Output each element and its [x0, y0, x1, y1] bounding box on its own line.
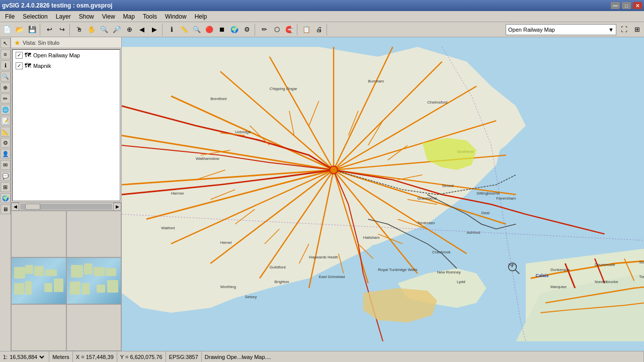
scale-label: 1:	[3, 354, 8, 360]
fullscreen-btn[interactable]: ⛶	[618, 24, 630, 36]
svg-text:Calais: Calais	[536, 273, 549, 278]
vertex-btn[interactable]: ⬡	[271, 24, 283, 36]
stop-btn[interactable]: ⏹	[216, 24, 228, 36]
menu-window[interactable]: Window	[161, 12, 191, 21]
sidebar-icon-layers[interactable]: ≡	[1, 49, 11, 59]
svg-text:Brighton: Brighton	[275, 280, 289, 284]
new-button[interactable]: 📄	[1, 24, 13, 36]
sidebar-icon-monitor[interactable]: 🖥	[1, 204, 11, 214]
sidebar-icon-user[interactable]: 👤	[1, 149, 11, 159]
svg-text:Royal Tunbridge Wells: Royal Tunbridge Wells	[378, 267, 417, 272]
sidebar-icon-world[interactable]: 🌍	[1, 193, 11, 203]
svg-text:Tenterden: Tenterden	[418, 221, 435, 225]
select-button[interactable]: 🖱	[73, 24, 85, 36]
window-controls[interactable]: — □ ✕	[611, 2, 642, 9]
maximize-button[interactable]: □	[622, 2, 631, 9]
svg-text:Uxbridge: Uxbridge	[235, 130, 251, 134]
layer-icon-0: 🗺	[25, 51, 31, 59]
svg-text:Lydd: Lydd	[457, 280, 465, 284]
menu-file[interactable]: File	[1, 12, 19, 21]
preferences-btn[interactable]: ⚙	[241, 24, 253, 36]
minimap-world-2	[67, 258, 121, 304]
sidebar-icon-globe[interactable]: 🌐	[1, 105, 11, 115]
layer-icon-1: 🗺	[25, 62, 31, 69]
menu-view[interactable]: View	[98, 12, 119, 21]
menu-layer[interactable]: Layer	[52, 12, 75, 21]
menu-help[interactable]: Help	[191, 12, 211, 21]
sep1	[40, 24, 42, 36]
menu-show[interactable]: Show	[75, 12, 98, 21]
edit-btn[interactable]: ✏	[258, 24, 270, 36]
svg-text:Deursmude: Deursmude	[595, 262, 615, 267]
svg-text:Watford: Watford	[161, 226, 175, 230]
svg-text:Chelmsford: Chelmsford	[427, 100, 447, 105]
minimize-button[interactable]: —	[611, 2, 620, 9]
status-y: Y = 6,620,075.76	[117, 351, 166, 362]
scroll-left[interactable]: ◀	[11, 203, 19, 211]
layer-selector[interactable]: Open Railway Map ▼	[506, 24, 616, 35]
sidebar-icon-pen[interactable]: ✏	[1, 94, 11, 104]
layer-check-1[interactable]: ✓	[16, 62, 23, 69]
sep5	[297, 24, 299, 36]
status-unit: Meters	[49, 351, 73, 362]
print-btn[interactable]: 🖨	[313, 24, 325, 36]
vista-icon: ★	[14, 39, 21, 47]
map-area[interactable]: Brentford Chipping Ongar Burnham Chelmsf…	[122, 37, 644, 351]
scale-select[interactable]: 16,536,884	[8, 353, 46, 360]
close-button[interactable]: ✕	[633, 2, 642, 9]
route-btn[interactable]: 🔴	[203, 24, 215, 36]
svg-text:Hailsham: Hailsham	[363, 235, 380, 240]
snapping-btn[interactable]: 🧲	[283, 24, 295, 36]
pan-button[interactable]: ✋	[86, 24, 98, 36]
measure-btn[interactable]: 📏	[178, 24, 190, 36]
svg-text:Marquise: Marquise	[550, 285, 567, 289]
minimap-cell-3[interactable]	[66, 257, 122, 304]
epsg-value: EPSG:3857	[169, 354, 198, 360]
zoom-in-btn[interactable]: 🔍	[98, 24, 110, 36]
svg-point-49	[330, 166, 338, 174]
sidebar-icon-cursor[interactable]: ↖	[1, 38, 11, 48]
drawing-status: Drawing Ope...lway Map....	[205, 354, 271, 360]
zoom-prev-btn[interactable]: ◀	[136, 24, 148, 36]
menu-selection[interactable]: Selection	[19, 12, 51, 21]
save-button[interactable]: 💾	[26, 24, 38, 36]
scroll-thumb[interactable]	[25, 204, 40, 210]
scroll-right[interactable]: ▶	[113, 203, 121, 211]
menu-tools[interactable]: Tools	[139, 12, 161, 21]
sidebar-icon-settings[interactable]: ⚙	[1, 138, 11, 148]
layer-name-0: Open Railway Map	[33, 52, 80, 58]
zoom-out-btn[interactable]: 🔎	[111, 24, 123, 36]
sidebar-icon-apps[interactable]: ⊞	[1, 182, 11, 192]
sidebar-icon-measure[interactable]: 📐	[1, 127, 11, 137]
sidebar-icon-info[interactable]: ℹ	[1, 60, 11, 70]
title-bar: gvSIG 2.4.0.2826 testing : osm.gvsproj —…	[0, 0, 644, 11]
minimap-cell-1	[66, 211, 122, 257]
svg-text:Selsey: Selsey	[245, 295, 257, 299]
horizontal-scrollbar[interactable]: ◀ ▶	[11, 202, 121, 210]
svg-text:Ashford: Ashford	[466, 230, 480, 235]
panel-btn[interactable]: ⊞	[631, 24, 643, 36]
sidebar-icon-zoom[interactable]: ⊕	[1, 82, 11, 93]
open-button[interactable]: 📂	[14, 24, 26, 36]
layout-btn[interactable]: 📋	[300, 24, 312, 36]
query-btn[interactable]: 🔍	[191, 24, 203, 36]
layer-item-1[interactable]: ✓ 🗺 Mapnik	[13, 60, 120, 71]
minimap-cell-2[interactable]	[11, 257, 66, 304]
x-value: 157,448,39	[86, 354, 114, 360]
globe-btn[interactable]: 🌍	[228, 24, 240, 36]
sidebar-icon-chat[interactable]: 💬	[1, 171, 11, 181]
identify-btn[interactable]: ℹ	[166, 24, 178, 36]
menu-map[interactable]: Map	[119, 12, 139, 21]
left-panel: ★ Vista: Sin título ✓ 🗺 Open Railway Map…	[11, 37, 122, 351]
sidebar-icon-edit2[interactable]: 📝	[1, 116, 11, 126]
minimap-area	[11, 210, 121, 351]
layer-item-0[interactable]: ✓ 🗺 Open Railway Map	[13, 50, 120, 60]
zoom-extent-btn[interactable]: ⊕	[123, 24, 135, 36]
sidebar-icon-search[interactable]: 🔍	[1, 71, 11, 81]
sidebar-icon-mail[interactable]: ✉	[1, 160, 11, 170]
undo-button[interactable]: ↩	[43, 24, 55, 36]
layer-check-0[interactable]: ✓	[16, 52, 23, 59]
layers-panel: ✓ 🗺 Open Railway Map ✓ 🗺 Mapnik	[12, 49, 120, 201]
zoom-next-btn[interactable]: ▶	[148, 24, 160, 36]
redo-button[interactable]: ↪	[56, 24, 68, 36]
